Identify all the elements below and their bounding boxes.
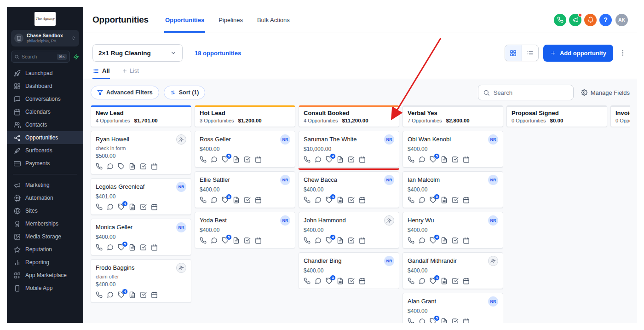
calendar-action-icon[interactable] (151, 291, 158, 298)
calendar-action-icon[interactable] (463, 278, 470, 284)
sidebar-item-conversations[interactable]: Conversations (7, 93, 83, 105)
sidebar-search-input[interactable] (22, 54, 55, 59)
file-action-icon[interactable] (441, 237, 448, 244)
sidebar-item-launchpad[interactable]: Launchpad (7, 67, 83, 80)
file-action-icon[interactable] (129, 163, 136, 170)
check-square-action-icon[interactable] (348, 156, 355, 163)
phone-action-icon[interactable] (408, 197, 414, 203)
chat-action-icon[interactable] (419, 318, 426, 323)
user-avatar[interactable]: AK (615, 14, 628, 26)
sort-button[interactable]: Sort (1) (164, 86, 206, 99)
tab-opportunities[interactable]: Opportunities (164, 7, 205, 33)
check-square-action-icon[interactable] (140, 291, 147, 298)
tag-action-icon[interactable]: 5 (430, 318, 437, 323)
chat-action-icon[interactable] (211, 197, 218, 203)
sidebar-item-automation[interactable]: Automation (7, 191, 83, 204)
check-square-action-icon[interactable] (140, 244, 147, 251)
sidebar-item-marketing[interactable]: Marketing (7, 179, 83, 191)
file-action-icon[interactable] (337, 237, 344, 244)
check-square-action-icon[interactable] (348, 278, 355, 284)
chat-action-icon[interactable] (419, 278, 426, 284)
calendar-action-icon[interactable] (463, 318, 470, 323)
tag-action-icon[interactable]: 4 (118, 203, 125, 210)
calendar-action-icon[interactable] (359, 156, 366, 163)
phone-action-icon[interactable] (304, 197, 310, 203)
more-options-button[interactable] (618, 45, 628, 61)
chat-action-icon[interactable] (315, 197, 322, 203)
chat-action-icon[interactable] (107, 203, 114, 210)
sidebar-item-surfboards[interactable]: Surfboards (7, 144, 83, 157)
sidebar-item-contacts[interactable]: Contacts (7, 118, 83, 131)
calendar-action-icon[interactable] (151, 244, 158, 251)
chat-action-icon[interactable] (315, 278, 322, 284)
file-action-icon[interactable] (337, 278, 344, 284)
file-action-icon[interactable] (337, 156, 344, 163)
tag-action-icon[interactable]: 3 (326, 278, 333, 284)
calendar-action-icon[interactable] (463, 156, 470, 163)
phone-action-icon[interactable] (96, 163, 103, 170)
check-square-action-icon[interactable] (244, 197, 251, 203)
tab-pipelines[interactable]: Pipelines (218, 7, 244, 33)
file-action-icon[interactable] (233, 156, 240, 163)
opportunity-card-ryan-howell[interactable]: Ryan Howellcheck in form$500.00 (91, 131, 191, 174)
sidebar-item-reputation[interactable]: Reputation (7, 243, 83, 256)
help-button[interactable]: ? (599, 14, 612, 26)
check-square-action-icon[interactable] (244, 237, 251, 244)
sidebar-search[interactable]: ⌘K (11, 51, 70, 63)
tag-action-icon[interactable]: 5 (222, 156, 229, 163)
phone-button[interactable] (554, 14, 566, 26)
phone-action-icon[interactable] (304, 278, 310, 284)
phone-action-icon[interactable] (408, 318, 414, 323)
chat-action-icon[interactable] (419, 197, 426, 203)
opportunity-card-chew-bacca[interactable]: Chew BaccaNR$400.004 (299, 171, 399, 208)
file-action-icon[interactable] (337, 197, 344, 203)
calendar-action-icon[interactable] (359, 197, 366, 203)
file-action-icon[interactable] (441, 156, 448, 163)
check-square-action-icon[interactable] (452, 197, 459, 203)
phone-action-icon[interactable] (96, 291, 103, 298)
opportunity-card-ellie-sattler[interactable]: Ellie SattlerNR$400.005 (195, 171, 295, 208)
opportunity-card-henry-wu[interactable]: Henry WuNR$400.004 (402, 212, 503, 249)
file-action-icon[interactable] (441, 197, 448, 203)
phone-action-icon[interactable] (304, 237, 310, 244)
check-square-action-icon[interactable] (452, 278, 459, 284)
opportunity-card-monica-geller[interactable]: Monica GellerNR$400.005 (91, 219, 191, 255)
file-action-icon[interactable] (233, 237, 240, 244)
calendar-action-icon[interactable] (151, 163, 158, 170)
tag-action-icon[interactable]: 5 (222, 197, 229, 203)
check-square-action-icon[interactable] (140, 203, 147, 210)
file-action-icon[interactable] (129, 244, 136, 251)
phone-action-icon[interactable] (408, 278, 414, 284)
megaphone-button[interactable] (569, 14, 581, 26)
calendar-action-icon[interactable] (463, 197, 470, 203)
chat-action-icon[interactable] (107, 244, 114, 251)
check-square-action-icon[interactable] (452, 318, 459, 323)
calendar-action-icon[interactable] (359, 278, 366, 284)
chat-action-icon[interactable] (211, 237, 218, 244)
advanced-filters-button[interactable]: Advanced Filters (91, 86, 159, 99)
list-view-button[interactable] (522, 45, 538, 61)
tag-action-icon[interactable]: 4 (430, 237, 437, 244)
phone-action-icon[interactable] (200, 156, 207, 163)
opportunity-card-ross-geller[interactable]: Ross GellerNR$400.005 (195, 131, 295, 168)
calendar-action-icon[interactable] (463, 237, 470, 244)
sidebar-item-app-marketplace[interactable]: App Marketplace (7, 269, 83, 282)
add-opportunity-button[interactable]: Add opportunity (543, 45, 613, 62)
check-square-action-icon[interactable] (140, 163, 147, 170)
bell-button[interactable] (584, 14, 597, 26)
check-square-action-icon[interactable] (348, 197, 355, 203)
phone-action-icon[interactable] (408, 237, 414, 244)
file-action-icon[interactable] (129, 203, 136, 210)
sidebar-item-opportunities[interactable]: Opportunities (7, 131, 83, 144)
calendar-action-icon[interactable] (255, 156, 262, 163)
pipeline-select[interactable]: 2×1 Rug Cleaning (92, 44, 183, 62)
opportunity-card-frodo-baggins[interactable]: Frodo Bagginsclaim offer$400.004 (91, 259, 191, 303)
calendar-action-icon[interactable] (255, 237, 262, 244)
board-search-input[interactable] (494, 89, 569, 96)
tag-action-icon[interactable] (118, 163, 125, 170)
tab-bulk-actions[interactable]: Bulk Actions (256, 7, 291, 33)
account-switcher[interactable]: Chase Sandbox philadelphia, PA (11, 30, 79, 46)
check-square-action-icon[interactable] (348, 237, 355, 244)
tag-action-icon[interactable]: 5 (118, 244, 125, 251)
sidebar-item-media-storage[interactable]: Media Storage (7, 230, 83, 243)
